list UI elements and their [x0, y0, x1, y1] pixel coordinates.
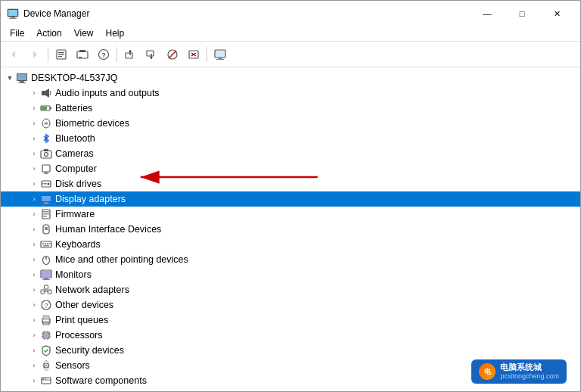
other-label: Other devices — [55, 300, 113, 310]
window-title: Device Manager — [23, 8, 89, 19]
svg-rect-28 — [218, 58, 222, 59]
svg-rect-20 — [151, 54, 152, 59]
close-button[interactable]: ✕ — [539, 6, 574, 21]
expand-icon-softwarecomponents: › — [28, 375, 40, 387]
svg-rect-51 — [44, 202, 48, 204]
svg-rect-18 — [147, 51, 154, 56]
displayadapters-icon — [40, 193, 52, 205]
svg-point-47 — [48, 183, 50, 185]
minimize-button[interactable]: — — [470, 6, 505, 21]
svg-rect-17 — [129, 50, 131, 55]
watermark-sitename: 电脑系统城 — [500, 362, 559, 372]
help-button[interactable]: ? — [94, 45, 113, 64]
menu-help[interactable]: Help — [100, 26, 131, 40]
monitors-icon — [40, 269, 52, 281]
properties-button[interactable] — [51, 45, 71, 64]
svg-rect-99 — [45, 378, 46, 380]
tree-item-audio[interactable]: ›Audio inputs and outputs — [1, 86, 580, 101]
svg-rect-83 — [49, 319, 51, 321]
tree-item-print[interactable]: ›Print queues — [1, 313, 580, 328]
tree-item-network[interactable]: ›Network adapters — [1, 282, 580, 297]
tree-item-firmware[interactable]: ›Firmware — [1, 207, 580, 222]
monitor-button[interactable] — [210, 45, 230, 64]
menu-view[interactable]: View — [68, 26, 100, 40]
expand-icon-processors: › — [28, 329, 40, 341]
root-expand-icon: ▼ — [4, 72, 16, 84]
svg-rect-62 — [47, 243, 48, 244]
cameras-label: Cameras — [55, 148, 94, 159]
other-icon: ? — [40, 299, 52, 311]
tree-item-biometric[interactable]: ›Biometric devices — [1, 116, 580, 131]
expand-icon-security: › — [28, 344, 40, 356]
tree-item-diskdrives[interactable]: ›Disk drives — [1, 176, 580, 191]
svg-rect-64 — [43, 245, 49, 247]
disable-button[interactable] — [163, 45, 182, 64]
tree-item-softwaredevices[interactable]: ›Software devices — [1, 388, 580, 391]
tree-item-other[interactable]: ›?Other devices — [1, 297, 580, 313]
svg-text:?: ? — [101, 51, 106, 59]
svg-rect-74 — [45, 285, 48, 289]
computer-icon — [16, 72, 28, 84]
toolbar-sep-2 — [117, 47, 117, 62]
expand-icon-cameras: › — [28, 148, 40, 160]
svg-rect-54 — [43, 211, 49, 213]
svg-rect-70 — [44, 278, 48, 279]
uninstall-button[interactable] — [184, 45, 204, 64]
expand-icon-diskdrives: › — [28, 178, 40, 190]
sensors-label: Sensors — [55, 360, 90, 371]
scan-button[interactable] — [73, 45, 92, 64]
tree-item-security[interactable]: ›Security devices — [1, 343, 580, 358]
tree-item-mice[interactable]: ›Mice and other pointing devices — [1, 252, 580, 267]
device-tree[interactable]: ▼ DESKTOP-4L537JQ ›Audio inputs and outp… — [1, 67, 580, 391]
network-label: Network adapters — [55, 285, 129, 295]
batteries-icon — [40, 102, 52, 114]
svg-rect-69 — [42, 271, 51, 277]
menu-file[interactable]: File — [4, 26, 30, 40]
tree-root[interactable]: ▼ DESKTOP-4L537JQ — [1, 70, 580, 86]
tree-item-monitors[interactable]: ›Monitors — [1, 267, 580, 282]
update-driver-button[interactable] — [120, 45, 140, 64]
watermark: 电 电脑系统城 pcxitongcheng.com — [471, 359, 567, 384]
print-label: Print queues — [55, 315, 108, 325]
keyboards-icon — [40, 238, 52, 250]
svg-rect-40 — [41, 151, 51, 158]
maximize-button[interactable]: □ — [505, 6, 539, 21]
forward-button[interactable] — [25, 45, 45, 64]
expand-icon-biometric: › — [28, 117, 40, 129]
svg-rect-15 — [126, 53, 132, 58]
root-label: DESKTOP-4L537JQ — [31, 73, 117, 83]
svg-rect-55 — [43, 213, 49, 215]
print-icon — [40, 314, 52, 326]
menu-action[interactable]: Action — [30, 26, 67, 40]
svg-rect-32 — [20, 81, 24, 82]
svg-line-22 — [169, 51, 176, 58]
expand-icon-batteries: › — [28, 102, 40, 114]
audio-icon — [40, 87, 52, 99]
svg-rect-42 — [44, 149, 48, 151]
softwaredevices-icon — [40, 390, 52, 391]
tree-item-displayadapters[interactable]: ›Display adapters — [1, 191, 580, 207]
biometric-icon — [40, 117, 52, 129]
softwaredevices-label: Software devices — [55, 390, 127, 391]
tree-item-processors[interactable]: ›Processors — [1, 328, 580, 343]
tree-item-cameras[interactable]: ›Cameras — [1, 146, 580, 161]
svg-point-41 — [45, 153, 48, 157]
svg-rect-52 — [42, 204, 50, 204]
tree-item-computer[interactable]: ›Computer — [1, 161, 580, 176]
expand-icon-keyboards: › — [28, 238, 40, 250]
svg-rect-56 — [43, 216, 47, 217]
expand-icon-firmware: › — [28, 208, 40, 220]
expand-icon-sensors: › — [28, 359, 40, 372]
svg-rect-8 — [58, 54, 64, 54]
sensors-icon — [40, 359, 52, 372]
tree-item-keyboards[interactable]: ›Keyboards — [1, 237, 580, 252]
rollback-button[interactable] — [141, 45, 161, 64]
expand-icon-network: › — [28, 284, 40, 296]
tree-item-hid[interactable]: ›Human Interface Devices — [1, 222, 580, 237]
back-button[interactable] — [4, 45, 23, 64]
processors-icon — [40, 329, 52, 341]
content-area: ▼ DESKTOP-4L537JQ ›Audio inputs and outp… — [1, 67, 580, 391]
svg-rect-12 — [79, 57, 82, 58]
tree-item-bluetooth[interactable]: ›Bluetooth — [1, 131, 580, 146]
tree-item-batteries[interactable]: ›Batteries — [1, 101, 580, 116]
